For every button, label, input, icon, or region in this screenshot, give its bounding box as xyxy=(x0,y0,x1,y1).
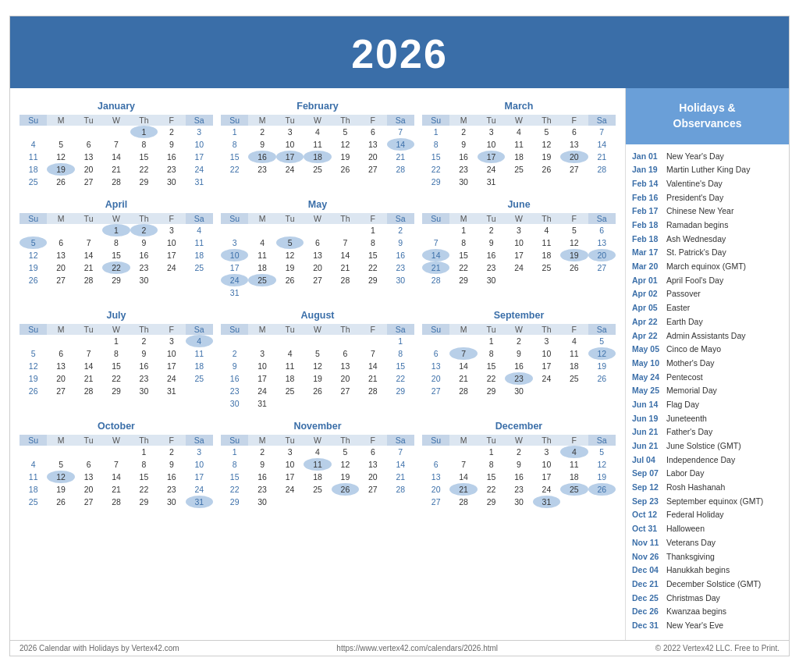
day-cell: 9 xyxy=(387,236,414,249)
day-cell: 15 xyxy=(449,249,477,261)
day-cell: 28 xyxy=(387,163,414,176)
day-cell: 4 xyxy=(505,126,532,138)
day-cell: 28 xyxy=(102,176,130,188)
day-cell: 16 xyxy=(158,471,185,483)
day-cell: 9 xyxy=(505,458,532,471)
day-cell: 24 xyxy=(186,163,213,176)
day-cell: 10 xyxy=(248,360,275,372)
day-cell xyxy=(75,224,102,236)
month-title: December xyxy=(422,421,616,432)
day-cell: 1 xyxy=(221,446,248,458)
day-header: W xyxy=(102,213,130,224)
holiday-item: Apr 22Admin Assistants Day xyxy=(632,330,783,342)
day-cell: 6 xyxy=(75,138,102,151)
day-cell xyxy=(560,385,588,397)
day-cell: 12 xyxy=(47,151,74,163)
day-cell: 21 xyxy=(75,372,102,385)
holiday-name: New Year's Day xyxy=(666,151,724,162)
day-cell xyxy=(276,496,304,508)
day-cell: 13 xyxy=(47,360,74,372)
holiday-name: St. Patrick's Day xyxy=(666,247,726,258)
day-cell: 9 xyxy=(248,138,275,151)
day-cell: 12 xyxy=(533,138,560,151)
holiday-name: New Year's Eve xyxy=(666,620,723,631)
day-cell: 23 xyxy=(248,163,275,176)
day-cell xyxy=(248,286,275,299)
day-cell: 10 xyxy=(505,236,532,249)
day-cell: 21 xyxy=(588,151,616,163)
day-cell: 24 xyxy=(533,372,560,385)
day-cell: 18 xyxy=(20,483,47,496)
day-cell: 8 xyxy=(478,347,505,360)
day-cell: 5 xyxy=(47,138,74,151)
day-cell: 26 xyxy=(20,274,47,286)
month-title: October xyxy=(20,421,213,432)
holiday-name: Christmas Day xyxy=(666,592,720,604)
holiday-date: Sep 23 xyxy=(632,496,666,507)
holiday-item: Apr 01April Fool's Day xyxy=(632,275,783,286)
day-cell: 7 xyxy=(387,126,414,138)
holiday-date: Sep 07 xyxy=(632,468,666,479)
holidays-list: Jan 01New Year's DayJan 19Martin Luther … xyxy=(626,144,789,640)
day-cell: 17 xyxy=(186,151,213,163)
day-header: Tu xyxy=(276,435,304,446)
holiday-item: Oct 12Federal Holiday xyxy=(632,509,783,521)
day-cell: 23 xyxy=(387,261,414,274)
holiday-date: Oct 12 xyxy=(632,509,666,521)
day-cell: 24 xyxy=(478,163,505,176)
day-cell: 13 xyxy=(75,151,102,163)
month-block: JuneSuMTuWThFSa1234567891011121314151617… xyxy=(422,199,616,299)
holiday-name: Juneteenth xyxy=(666,413,707,425)
holiday-item: Jun 14Flag Day xyxy=(632,399,783,411)
holiday-date: Mar 17 xyxy=(632,247,666,258)
holiday-name: April Fool's Day xyxy=(666,275,723,286)
day-cell: 16 xyxy=(248,471,275,483)
day-header: M xyxy=(248,213,275,224)
day-cell: 9 xyxy=(505,347,532,360)
day-cell: 25 xyxy=(304,483,331,496)
day-cell: 16 xyxy=(158,151,185,163)
day-cell: 30 xyxy=(158,496,185,508)
day-cell: 5 xyxy=(20,347,47,360)
holiday-item: Apr 05Easter xyxy=(632,302,783,314)
day-cell xyxy=(304,224,331,236)
day-cell: 24 xyxy=(276,163,304,176)
day-cell: 17 xyxy=(221,261,248,274)
day-cell: 14 xyxy=(332,249,359,261)
day-header: M xyxy=(47,213,74,224)
day-cell: 10 xyxy=(158,236,185,249)
day-cell: 19 xyxy=(47,483,74,496)
holiday-item: Dec 21December Solstice (GMT) xyxy=(632,578,783,590)
day-cell xyxy=(248,335,275,347)
month-block: FebruarySuMTuWThFSa123456789101112131415… xyxy=(221,101,414,188)
month-block: NovemberSuMTuWThFSa123456789101112131415… xyxy=(221,421,414,508)
day-header: F xyxy=(158,115,185,126)
day-cell: 17 xyxy=(248,372,275,385)
day-cell: 1 xyxy=(478,446,505,458)
day-header: F xyxy=(560,115,588,126)
day-cell: 2 xyxy=(478,224,505,236)
day-cell: 1 xyxy=(478,335,505,347)
day-cell: 27 xyxy=(422,385,449,397)
month-title: May xyxy=(221,199,414,210)
holiday-item: May 25Memorial Day xyxy=(632,385,783,396)
day-cell: 28 xyxy=(359,385,386,397)
day-cell: 7 xyxy=(75,236,102,249)
day-header: Tu xyxy=(75,435,102,446)
holiday-date: Jun 19 xyxy=(632,413,666,425)
day-cell: 27 xyxy=(304,274,331,286)
day-cell: 23 xyxy=(221,385,248,397)
day-cell: 12 xyxy=(588,458,616,471)
day-header: Tu xyxy=(276,115,304,126)
day-header: Th xyxy=(332,213,359,224)
day-cell: 13 xyxy=(560,138,588,151)
day-cell: 16 xyxy=(130,360,158,372)
day-cell xyxy=(588,496,616,508)
month-block: JulySuMTuWThFSa1234567891011121314151617… xyxy=(20,310,213,410)
day-cell xyxy=(47,126,74,138)
day-cell: 8 xyxy=(449,236,477,249)
day-cell: 23 xyxy=(130,372,158,385)
holiday-name: Ash Wednesday xyxy=(666,233,726,245)
day-cell: 1 xyxy=(102,224,130,236)
day-header: Tu xyxy=(478,115,505,126)
